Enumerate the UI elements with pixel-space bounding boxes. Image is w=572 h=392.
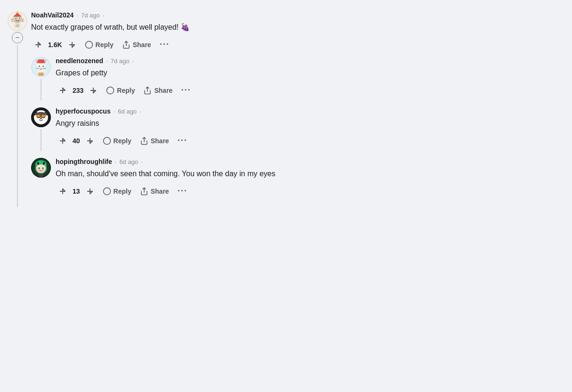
reply-button[interactable]: Reply [100, 185, 134, 197]
downvote-button[interactable] [86, 84, 100, 97]
collapse-button[interactable] [12, 32, 23, 43]
top-comment: ⚙ NoahVail2024 · 7d ago · Not exactly gr… [8, 8, 432, 207]
svg-point-26 [42, 65, 44, 67]
comment-meta: NoahVail2024 · 7d ago · [31, 11, 432, 19]
comment-meta: needlenozened · 7d ago · [56, 57, 432, 65]
avatar [31, 158, 51, 178]
vote-count: 40 [73, 137, 80, 145]
downvote-icon [89, 86, 98, 95]
svg-point-20 [36, 62, 46, 73]
comment-actions: 1.6K Reply [31, 38, 432, 51]
reply-left-col [31, 57, 51, 101]
upvote-button[interactable] [56, 84, 70, 97]
svg-point-11 [21, 18, 24, 22]
vote-count: 13 [73, 188, 80, 195]
more-options-button[interactable]: ··· [178, 83, 194, 97]
downvote-icon [86, 187, 94, 196]
svg-point-5 [15, 17, 16, 18]
username: NoahVail2024 [31, 11, 74, 19]
comment-thread: ⚙ NoahVail2024 · 7d ago · Not exactly gr… [8, 8, 432, 207]
share-label: Share [154, 87, 172, 94]
share-icon [140, 137, 148, 145]
reply-button[interactable]: Reply [103, 84, 138, 97]
downvote-button[interactable] [83, 185, 97, 197]
reply-icon [103, 137, 111, 145]
downvote-button[interactable] [65, 39, 79, 51]
separator-dot: · [76, 12, 78, 19]
comment-meta: hopingthroughlife · 6d ago · [56, 158, 432, 165]
reply-comment-hyper: hyperfocuspocus · 6d ago · Angry raisins [31, 103, 432, 151]
reply-comment-needle: needlenozened · 7d ago · Grapes of petty [31, 52, 432, 101]
comment-actions: 233 [56, 83, 432, 97]
svg-point-16 [85, 41, 92, 48]
upvote-button[interactable] [56, 135, 70, 147]
more-options-button[interactable]: ··· [175, 134, 190, 147]
svg-rect-53 [35, 113, 47, 115]
more-options-button[interactable]: ··· [175, 184, 190, 198]
share-button[interactable]: Share [137, 185, 172, 197]
share-icon [122, 41, 131, 49]
share-button[interactable]: Share [140, 84, 175, 97]
svg-point-10 [11, 18, 14, 22]
svg-rect-34 [38, 73, 44, 76]
timestamp: 7d ago [111, 57, 130, 65]
avatar [31, 57, 51, 77]
more-options-button[interactable]: ··· [157, 38, 172, 51]
svg-point-37 [107, 87, 114, 94]
svg-point-27 [41, 68, 42, 69]
reply-icon [106, 86, 114, 95]
svg-point-47 [40, 118, 42, 119]
svg-point-77 [103, 188, 110, 195]
svg-rect-33 [37, 62, 45, 63]
svg-point-56 [103, 137, 110, 144]
reply-comment-hoping: hopingthroughlife · 6d ago · Oh man, sho… [31, 153, 432, 202]
reply-icon [103, 187, 111, 196]
thread-line [41, 129, 41, 151]
vote-count: 1.6K [48, 41, 62, 49]
reply-button[interactable]: Reply [82, 39, 116, 51]
comment-text: Angry raisins [56, 118, 432, 129]
downvote-icon [68, 41, 76, 49]
timestamp: 6d ago [118, 108, 137, 115]
share-button[interactable]: Share [137, 135, 172, 147]
username: needlenozened [56, 57, 103, 65]
thread-line [41, 79, 41, 101]
svg-point-69 [43, 168, 44, 169]
reply-label: Reply [96, 41, 114, 49]
comment-text: Not exactly grapes of wrath, but well pl… [31, 22, 432, 33]
downvote-button[interactable] [83, 135, 97, 147]
share-label: Share [151, 137, 169, 145]
svg-point-71 [43, 169, 45, 171]
svg-point-9 [16, 12, 18, 14]
separator-dot2: · [103, 12, 105, 19]
vote-group: 40 [56, 135, 97, 147]
upvote-icon [58, 86, 67, 95]
upvote-button[interactable] [31, 39, 45, 51]
share-icon [143, 86, 152, 95]
reply-left-col [31, 107, 51, 151]
reply-body: needlenozened · 7d ago · Grapes of petty [56, 57, 432, 101]
thread-line [17, 45, 18, 207]
needle-avatar-svg [31, 57, 51, 77]
upvote-icon [34, 41, 42, 49]
svg-point-70 [37, 169, 39, 171]
share-label: Share [133, 41, 151, 49]
hoping-avatar-svg [31, 158, 51, 178]
upvote-button[interactable] [56, 185, 70, 197]
comment-meta: hyperfocuspocus · 6d ago · [56, 107, 432, 115]
timestamp: 6d ago [119, 158, 138, 165]
upvote-icon [58, 137, 67, 145]
share-label: Share [151, 188, 169, 195]
share-button[interactable]: Share [119, 39, 154, 51]
avatar-svg: ⚙ [8, 11, 27, 31]
svg-point-25 [39, 65, 40, 67]
reply-icon [85, 41, 93, 49]
vote-count: 233 [73, 87, 83, 94]
svg-rect-8 [14, 16, 21, 17]
reply-left-col [31, 158, 51, 202]
reply-button[interactable]: Reply [100, 135, 134, 147]
comment-text: Oh man, should've seen that coming. You … [56, 168, 432, 180]
avatar: ⚙ [8, 11, 27, 31]
svg-text:⚙: ⚙ [16, 24, 19, 27]
hyper-avatar-svg [31, 107, 51, 127]
